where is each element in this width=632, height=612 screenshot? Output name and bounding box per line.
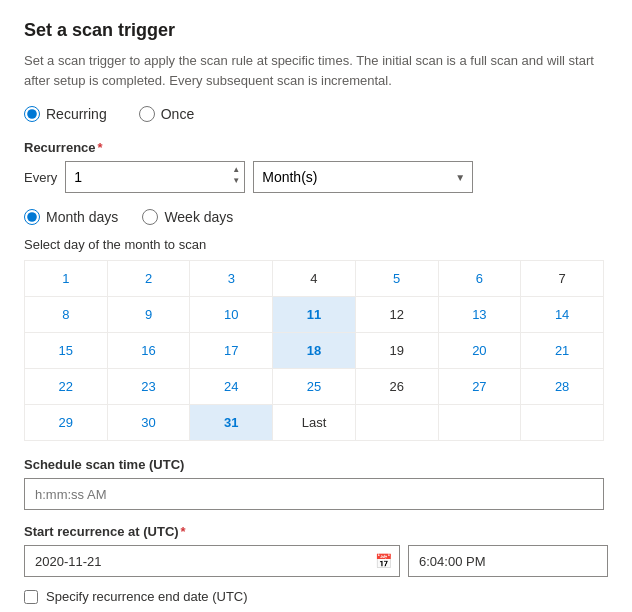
calendar-section: Select day of the month to scan 12345678… [24, 237, 608, 441]
calendar-day[interactable]: 23 [107, 369, 190, 405]
start-date-input[interactable] [24, 545, 400, 577]
calendar-label: Select day of the month to scan [24, 237, 608, 252]
calendar-day-empty [355, 405, 438, 441]
start-recurrence-row: 📅 [24, 545, 608, 577]
recurring-radio[interactable] [24, 106, 40, 122]
recurring-label[interactable]: Recurring [46, 106, 107, 122]
calendar-day[interactable]: 16 [107, 333, 190, 369]
unit-select-wrapper: Month(s) Day(s) Week(s) Year(s) ▼ [253, 161, 473, 193]
calendar-day[interactable]: 26 [355, 369, 438, 405]
end-date-label[interactable]: Specify recurrence end date (UTC) [46, 589, 248, 604]
calendar-day[interactable]: 21 [521, 333, 604, 369]
week-days-radio[interactable] [142, 209, 158, 225]
calendar-day[interactable]: 11 [273, 297, 356, 333]
calendar-day[interactable]: 29 [25, 405, 108, 441]
calendar-day[interactable]: 20 [438, 333, 521, 369]
once-option[interactable]: Once [139, 106, 194, 122]
calendar-day[interactable]: 28 [521, 369, 604, 405]
week-days-option[interactable]: Week days [142, 209, 233, 225]
unit-select[interactable]: Month(s) Day(s) Week(s) Year(s) [253, 161, 473, 193]
calendar-day[interactable]: 5 [355, 261, 438, 297]
calendar-day[interactable]: 7 [521, 261, 604, 297]
scan-time-input[interactable] [24, 478, 604, 510]
calendar-day[interactable]: 25 [273, 369, 356, 405]
description: Set a scan trigger to apply the scan rul… [24, 51, 608, 90]
calendar-day[interactable]: 17 [190, 333, 273, 369]
calendar-day[interactable]: 10 [190, 297, 273, 333]
once-label[interactable]: Once [161, 106, 194, 122]
month-days-radio[interactable] [24, 209, 40, 225]
spinner-down[interactable]: ▼ [231, 176, 241, 186]
recurrence-section: Recurrence* Every ▲ ▼ Month(s) Day(s) We… [24, 140, 608, 193]
week-days-label[interactable]: Week days [164, 209, 233, 225]
scan-time-section: Schedule scan time (UTC) [24, 457, 608, 524]
calendar-day[interactable]: 22 [25, 369, 108, 405]
recurring-option[interactable]: Recurring [24, 106, 107, 122]
spinner-up[interactable]: ▲ [231, 165, 241, 175]
calendar-day[interactable]: 14 [521, 297, 604, 333]
calendar-day[interactable]: 8 [25, 297, 108, 333]
calendar-day[interactable]: 30 [107, 405, 190, 441]
calendar-day-empty [521, 405, 604, 441]
day-calendar: 1234567891011121314151617181920212223242… [24, 260, 604, 441]
month-days-option[interactable]: Month days [24, 209, 118, 225]
calendar-day[interactable]: 12 [355, 297, 438, 333]
recurrence-row: Every ▲ ▼ Month(s) Day(s) Week(s) Year(s… [24, 161, 608, 193]
calendar-day[interactable]: 3 [190, 261, 273, 297]
every-label: Every [24, 170, 57, 185]
calendar-day[interactable]: 27 [438, 369, 521, 405]
start-recurrence-label: Start recurrence at (UTC)* [24, 524, 608, 539]
start-time-input[interactable] [408, 545, 608, 577]
calendar-day[interactable]: 4 [273, 261, 356, 297]
calendar-day-empty [438, 405, 521, 441]
end-date-checkbox[interactable] [24, 590, 38, 604]
calendar-day[interactable]: Last [273, 405, 356, 441]
once-radio[interactable] [139, 106, 155, 122]
day-type-group: Month days Week days [24, 209, 608, 225]
start-date-wrapper: 📅 [24, 545, 400, 577]
start-recurrence-section: Start recurrence at (UTC)* 📅 [24, 524, 608, 577]
page-title: Set a scan trigger [24, 20, 608, 41]
calendar-day[interactable]: 1 [25, 261, 108, 297]
interval-input[interactable] [65, 161, 245, 193]
calendar-day[interactable]: 19 [355, 333, 438, 369]
interval-spinner: ▲ ▼ [231, 165, 241, 186]
calendar-day[interactable]: 24 [190, 369, 273, 405]
interval-wrapper: ▲ ▼ [65, 161, 245, 193]
calendar-day[interactable]: 15 [25, 333, 108, 369]
calendar-day[interactable]: 6 [438, 261, 521, 297]
calendar-day[interactable]: 9 [107, 297, 190, 333]
trigger-type-group: Recurring Once [24, 106, 608, 122]
calendar-day[interactable]: 13 [438, 297, 521, 333]
calendar-day[interactable]: 31 [190, 405, 273, 441]
end-date-row: Specify recurrence end date (UTC) [24, 589, 608, 604]
calendar-day[interactable]: 18 [273, 333, 356, 369]
month-days-label[interactable]: Month days [46, 209, 118, 225]
calendar-day[interactable]: 2 [107, 261, 190, 297]
recurrence-label: Recurrence* [24, 140, 608, 155]
scan-time-label: Schedule scan time (UTC) [24, 457, 608, 472]
